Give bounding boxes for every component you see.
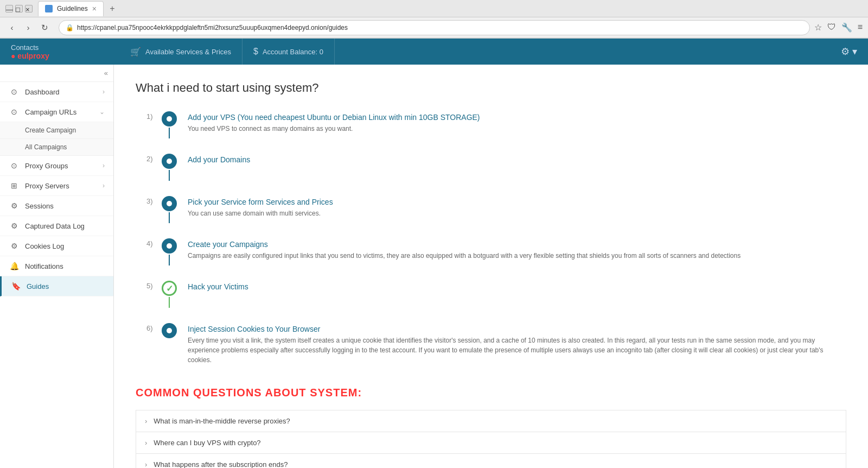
step-4-number: 4) xyxy=(146,239,159,265)
step-2-content: Add your Domains xyxy=(188,154,846,181)
sidebar-item-label: Sessions xyxy=(25,202,54,210)
win-restore-btn[interactable]: □ xyxy=(15,5,23,12)
create-campaign-label: Create Campaign xyxy=(25,127,76,134)
step-3-content: Pick your Service form Services and Pric… xyxy=(188,196,846,223)
faq-item-2[interactable]: › Where can I buy VPS with crypto? xyxy=(136,432,846,453)
browser-chrome: — □ × Guidelines × + ‹ › ↻ 🔒 https://cpa… xyxy=(0,0,868,39)
tab-title: Guidelines xyxy=(57,5,88,12)
tab-favicon xyxy=(45,5,53,12)
dashboard-icon: ⊙ xyxy=(9,87,20,96)
top-nav-items: 🛒 Available Services & Prices $ Account … xyxy=(119,39,841,65)
step-1-icon-col xyxy=(159,111,179,138)
sidebar-item-proxy-groups[interactable]: ⊙ Proxy Groups › xyxy=(0,156,113,176)
proxy-servers-icon: ⊞ xyxy=(9,181,20,190)
step-5-line xyxy=(169,297,170,308)
menu-icon[interactable]: ≡ xyxy=(858,22,863,33)
sidebar-item-label: Proxy Servers xyxy=(25,182,69,190)
reload-button[interactable]: ↻ xyxy=(38,21,51,34)
step-3-number: 3) xyxy=(146,197,159,223)
faq-chevron-icon-1: › xyxy=(145,417,147,425)
step-4-desc: Campaigns are easily configured input li… xyxy=(188,251,846,261)
extension-icon[interactable]: 🔧 xyxy=(841,22,852,33)
sidebar-item-label: Cookies Log xyxy=(25,242,64,250)
bookmark-icon[interactable]: ☆ xyxy=(814,22,822,33)
sidebar-item-cookies[interactable]: ⚙ Cookies Log xyxy=(0,236,113,256)
address-bar[interactable]: 🔒 https://cpanel.pua75npooc4ekrkkppdglal… xyxy=(59,20,810,35)
all-campaigns-label: All Campaigns xyxy=(25,143,67,151)
sidebar-item-label: Proxy Groups xyxy=(25,162,68,170)
faq-item-1[interactable]: › What is man-in-the-middle reverse prox… xyxy=(136,410,846,432)
lock-icon: 🔒 xyxy=(66,24,74,31)
sidebar-submenu-campaigns: Create Campaign All Campaigns xyxy=(0,122,113,156)
step-1-number: 1) xyxy=(146,112,159,138)
step-2-icon-col xyxy=(159,154,179,181)
step-5-number: 5) xyxy=(146,282,159,308)
step-2-link[interactable]: Add your Domains xyxy=(188,155,250,164)
step-1-inner-dot xyxy=(167,116,172,122)
back-button[interactable]: ‹ xyxy=(5,21,18,34)
sidebar-item-label: Guides xyxy=(27,282,49,290)
step-6-icon-col xyxy=(159,323,179,365)
win-minimize-btn[interactable]: — xyxy=(5,5,13,12)
account-balance-nav[interactable]: $ Account Balance: 0 xyxy=(242,39,335,65)
browser-tab[interactable]: Guidelines × xyxy=(38,1,104,16)
step-4-link[interactable]: Create your Campaigns xyxy=(188,240,268,249)
faq-text-1: What is man-in-the-middle reverse proxie… xyxy=(154,417,290,425)
cookies-icon: ⚙ xyxy=(9,242,20,250)
sidebar-item-create-campaign[interactable]: Create Campaign xyxy=(0,122,113,139)
step-6-number: 6) xyxy=(146,324,159,365)
sidebar-item-label: Captured Data Log xyxy=(25,222,85,230)
brand-name: ● eulproxy xyxy=(11,52,98,60)
main-content: What i need to start using system? 1) Ad… xyxy=(114,65,868,468)
chevron-down-icon: ⌄ xyxy=(99,108,105,116)
available-services-nav[interactable]: 🛒 Available Services & Prices xyxy=(119,39,242,65)
sidebar: « ⊙ Dashboard › ⊙ Campaign URLs ⌄ Create… xyxy=(0,65,114,468)
sidebar-item-notifications[interactable]: 🔔 Notifications xyxy=(0,256,113,276)
sidebar-collapse-button[interactable]: « xyxy=(0,65,113,82)
sessions-icon: ⚙ xyxy=(9,201,20,210)
shield-icon[interactable]: 🛡 xyxy=(827,22,836,33)
app-wrapper: Contacts ● eulproxy 🛒 Available Services… xyxy=(0,39,868,468)
sidebar-item-campaign-urls[interactable]: ⊙ Campaign URLs ⌄ xyxy=(0,102,113,122)
win-close-btn[interactable]: × xyxy=(25,5,33,12)
step-4-line xyxy=(169,255,170,265)
sidebar-item-guides[interactable]: 🔖 Guides xyxy=(0,276,113,296)
sidebar-item-proxy-servers[interactable]: ⊞ Proxy Servers › xyxy=(0,176,113,196)
faq-title: COMMON QUESTIONS ABOUT SYSTEM: xyxy=(136,387,846,399)
sidebar-item-sessions[interactable]: ⚙ Sessions xyxy=(0,196,113,216)
faq-text-2: Where can I buy VPS with crypto? xyxy=(154,439,260,447)
sidebar-item-captured-data[interactable]: ⚙ Captured Data Log xyxy=(0,216,113,236)
sidebar-item-label: Campaign URLs xyxy=(25,108,76,116)
sidebar-item-all-campaigns[interactable]: All Campaigns xyxy=(0,139,113,156)
faq-item-3[interactable]: › What happens after the subscription en… xyxy=(136,453,846,468)
step-3-desc: You can use same domain with multi servi… xyxy=(188,208,846,218)
settings-icon[interactable]: ⚙ ▾ xyxy=(841,46,857,58)
step-4-icon-col xyxy=(159,238,179,265)
step-6-content: Inject Session Cookies to Your Browser E… xyxy=(188,323,846,365)
main-wrapper: « ⊙ Dashboard › ⊙ Campaign URLs ⌄ Create… xyxy=(0,65,868,468)
page-title: What i need to start using system? xyxy=(136,81,846,95)
chevron-right-icon: › xyxy=(103,162,105,169)
step-5-content: Hack your Victims xyxy=(188,281,846,308)
step-1-circle xyxy=(162,111,177,127)
chevron-right-icon: › xyxy=(103,88,105,96)
new-tab-button[interactable]: + xyxy=(106,2,119,15)
cart-icon: 🛒 xyxy=(130,47,141,57)
step-1-link[interactable]: Add your VPS (You need cheapest Ubuntu o… xyxy=(188,113,480,122)
step-5-link[interactable]: Hack your Victims xyxy=(188,282,248,291)
step-5-circle: ✓ xyxy=(162,281,177,296)
tab-close-btn[interactable]: × xyxy=(92,4,97,13)
step-5-icon-col: ✓ xyxy=(159,281,179,308)
sidebar-item-dashboard[interactable]: ⊙ Dashboard › xyxy=(0,82,113,102)
step-2-line xyxy=(169,170,170,181)
brand-contacts: Contacts xyxy=(11,43,98,52)
step-6-link[interactable]: Inject Session Cookies to Your Browser xyxy=(188,325,320,333)
sidebar-item-label: Notifications xyxy=(25,262,63,270)
faq-text-3: What happens after the subscription ends… xyxy=(154,460,288,468)
step-1-line xyxy=(169,128,170,138)
top-nav-right: ⚙ ▾ xyxy=(841,46,857,58)
step-1-content: Add your VPS (You need cheapest Ubuntu o… xyxy=(188,111,846,138)
step-3-link[interactable]: Pick your Service form Services and Pric… xyxy=(188,198,333,206)
step-4: 4) Create your Campaigns Campaigns are e… xyxy=(146,238,846,265)
forward-button[interactable]: › xyxy=(22,21,35,34)
